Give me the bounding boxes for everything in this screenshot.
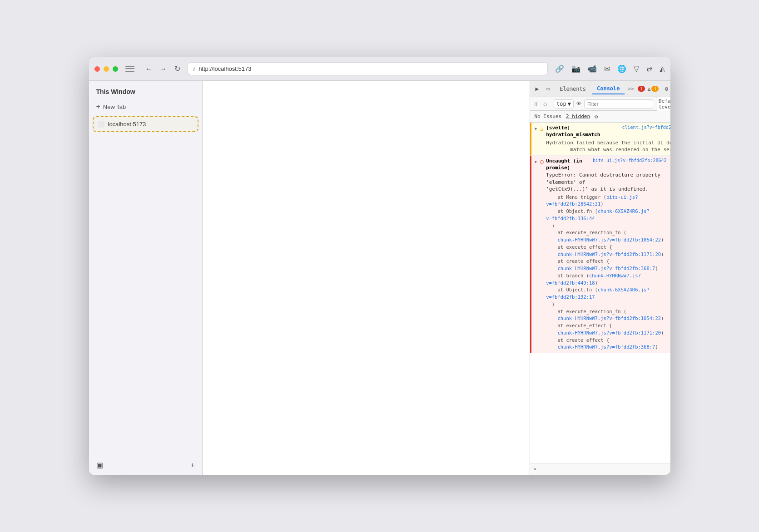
level-selector[interactable]: Default levels ▼ [656, 97, 670, 111]
share-icon[interactable]: 🔗 [555, 64, 564, 73]
entry-expand-icon[interactable]: ▶ [535, 126, 537, 131]
error-content: Uncaught (in promise) bits-ui.js?v=fbfdd… [546, 158, 666, 351]
prompt-chevron-icon: > [534, 466, 537, 472]
warning-content: [svelte] hydration_mismatch client.js?v=… [546, 124, 670, 153]
info-icon: i [193, 65, 195, 72]
traffic-lights [94, 66, 118, 72]
error-source[interactable]: bits-ui.js?v=fbfdd2fb:28642 [593, 158, 667, 164]
context-chevron-icon: ▼ [568, 101, 571, 107]
error-count: 1 [638, 86, 645, 92]
tab-console[interactable]: Console [592, 84, 625, 94]
tab-favicon [98, 121, 104, 128]
browser-sidebar: This Window + New Tab localhost:5173 ▣ + [89, 81, 203, 475]
nav-buttons: ← → ↻ [144, 64, 182, 74]
sidebar-footer: ▣ + [89, 455, 202, 475]
toolbar-icons: 🔗 📷 📹 ✉ 🌐 ▽ ⇄ ◭ [555, 64, 665, 73]
devtools-settings-icon[interactable]: ⚙ [662, 84, 670, 93]
issues-settings-icon[interactable]: ⚙ [595, 113, 598, 120]
close-button[interactable] [94, 66, 100, 72]
sidebar-right-icon[interactable]: ◭ [660, 64, 665, 73]
forward-button[interactable]: → [158, 64, 169, 74]
screenshot-icon[interactable]: 📷 [571, 64, 580, 73]
filter-input[interactable] [584, 99, 653, 108]
hidden-count-label[interactable]: 2 hidden [566, 113, 590, 119]
warning-message: Hydration failed because the initial UI … [546, 139, 670, 153]
plus-icon: + [96, 103, 100, 111]
warning-header-row: [svelte] hydration_mismatch client.js?v=… [546, 124, 670, 138]
warning-tag: [svelte] hydration_mismatch [546, 124, 622, 138]
level-label: Default levels [659, 98, 670, 110]
devtools-panel: ▶ ▭ Elements Console >> 1 △ 1 [530, 81, 670, 475]
reload-button[interactable]: ↻ [173, 64, 182, 74]
browser-window: ← → ↻ i http://localhost:5173 🔗 📷 📹 ✉ 🌐 … [89, 57, 670, 475]
tab-elements[interactable]: Elements [555, 84, 590, 94]
console-output[interactable]: ▶ △ [svelte] hydration_mismatch client.j… [530, 123, 670, 463]
back-button[interactable]: ← [144, 64, 154, 74]
context-label: top [556, 101, 566, 107]
console-sidebar-toggle-icon[interactable]: ◫ [534, 100, 540, 108]
warning-count: 1 [651, 86, 659, 92]
warning-source[interactable]: client.js?v=fbfdd2fb:2639 [622, 124, 670, 131]
error-header-row: Uncaught (in promise) bits-ui.js?v=fbfdd… [546, 158, 666, 172]
context-selector[interactable]: top ▼ [554, 99, 574, 108]
stack-link-2[interactable]: chunk-6XSAZ4R6.js?v=fbfdd2fb:136:44 [546, 208, 650, 221]
stack-link-1[interactable]: bits-ui.js?v=fbfdd2fb:28642:21 [546, 194, 638, 207]
error-type-message: TypeError: Cannot destructure property '… [546, 172, 666, 192]
url-text: http://localhost:5173 [198, 65, 541, 72]
address-bar[interactable]: i http://localhost:5173 [188, 62, 548, 75]
devtools-left-icons: ▶ ▭ [534, 84, 552, 93]
stack-link-9[interactable]: chunk-HYHRNwW7.js?v=fbfdd2fb:1171:20 [557, 330, 661, 335]
error-header: Uncaught (in promise) [546, 158, 593, 172]
no-issues-label: No Issues [535, 113, 562, 119]
main-content [203, 81, 530, 475]
stack-link-8[interactable]: chunk-HYHRNwW7.js?v=fbfdd2fb:1054:22 [557, 315, 661, 321]
new-tab-label: New Tab [103, 103, 126, 110]
eye-icon[interactable]: 👁 [576, 101, 581, 107]
console-warning-entry: ▶ △ [svelte] hydration_mismatch client.j… [530, 123, 670, 156]
inspect-element-icon[interactable]: ▶ [534, 84, 541, 93]
warning-icon: △ [540, 125, 543, 132]
stack-link-7[interactable]: chunk-6XSAZ4R6.js?v=fbfdd2fb:132:17 [546, 287, 650, 300]
globe-icon[interactable]: 🌐 [617, 64, 626, 73]
stack-link-3[interactable]: chunk-HYHRNwW7.js?v=fbfdd2fb:1054:22 [557, 237, 661, 242]
add-tab-icon[interactable]: + [190, 461, 194, 469]
error-badge: 1 [638, 86, 645, 92]
page-area [203, 81, 530, 475]
error-expand-icon[interactable]: ▶ [535, 159, 537, 164]
sync-icon[interactable]: ⇄ [646, 64, 652, 73]
error-icon: ◯ [540, 158, 543, 165]
console-clear-icon[interactable]: ◌ [542, 100, 548, 108]
new-tab-button[interactable]: + New Tab [89, 99, 202, 114]
console-prompt: > [530, 463, 670, 475]
warning-badge: △ 1 [648, 86, 659, 92]
title-bar: ← → ↻ i http://localhost:5173 🔗 📷 📹 ✉ 🌐 … [89, 57, 670, 81]
tab-item-localhost[interactable]: localhost:5173 [93, 116, 198, 132]
browser-body: This Window + New Tab localhost:5173 ▣ + [89, 81, 670, 475]
error-stack-trace: at Menu_trigger (bits-ui.js?v=fbfdd2fb:2… [546, 194, 666, 351]
console-error-entry: ▶ ◯ Uncaught (in promise) bits-ui.js?v=f… [530, 156, 670, 353]
mail-icon[interactable]: ✉ [604, 64, 610, 73]
more-tabs-button[interactable]: >> [626, 85, 636, 93]
stack-link-4[interactable]: chunk-HYHRNwW7.js?v=fbfdd2fb:1171:20 [557, 251, 661, 257]
sidebar-header: This Window [89, 81, 202, 99]
console-toolbar: ◫ ◌ top ▼ 👁 Default levels ▼ [530, 97, 670, 111]
devtools-tabs-bar: ▶ ▭ Elements Console >> 1 △ 1 [530, 81, 670, 97]
issues-bar: No Issues 2 hidden ⚙ [530, 111, 670, 123]
new-window-icon[interactable]: ▣ [96, 461, 103, 469]
tab-title: localhost:5173 [108, 121, 146, 128]
minimize-button[interactable] [104, 66, 109, 72]
maximize-button[interactable] [113, 66, 118, 72]
camera-icon[interactable]: 📹 [588, 64, 597, 73]
sidebar-toggle-button[interactable] [125, 65, 134, 73]
device-toolbar-icon[interactable]: ▭ [544, 84, 551, 93]
devtools-badges: 1 △ 1 [638, 86, 659, 92]
stack-link-6[interactable]: chunk-HYHRNwW7.js?v=fbfdd2fb:449:18 [546, 273, 641, 286]
stack-link-10[interactable]: chunk-HYHRNwW7.js?v=fbfdd2fb:368:7 [557, 344, 655, 350]
stack-link-5[interactable]: chunk-HYHRNwW7.js?v=fbfdd2fb:368:7 [557, 266, 655, 271]
extension-icon[interactable]: ▽ [634, 64, 639, 73]
